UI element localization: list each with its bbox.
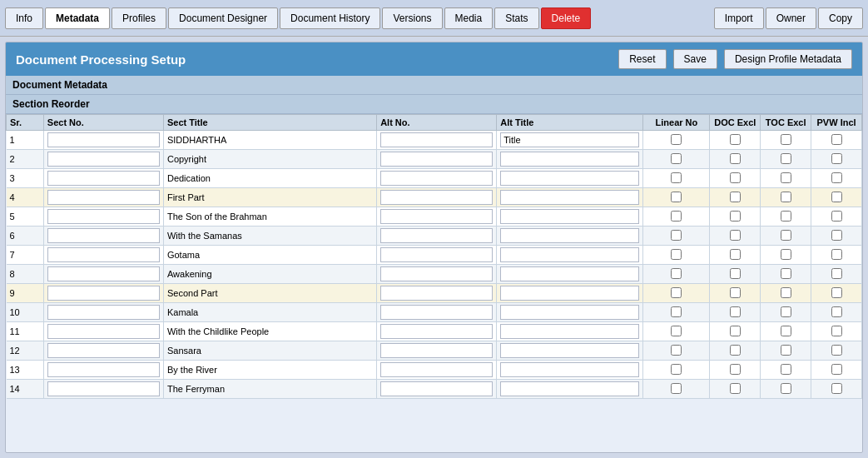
doc-excl-checkbox[interactable] (730, 172, 741, 183)
toc-excl-checkbox[interactable] (781, 249, 791, 260)
section-table-wrapper[interactable]: Sr. Sect No. Sect Title Alt No. Alt Titl… (6, 114, 862, 452)
document-history-tab[interactable]: Document History (280, 7, 380, 29)
sect-no-input[interactable] (47, 152, 160, 167)
alt-no-input[interactable] (380, 324, 493, 339)
linear-checkbox[interactable] (671, 326, 682, 336)
alt-title-input[interactable] (500, 266, 639, 281)
sect-no-input[interactable] (47, 209, 160, 224)
toc-excl-checkbox[interactable] (781, 364, 791, 375)
pvw-incl-checkbox[interactable] (831, 383, 842, 394)
alt-no-input[interactable] (380, 209, 493, 224)
doc-excl-checkbox[interactable] (730, 153, 741, 164)
reset-button[interactable]: Reset (618, 49, 666, 69)
pvw-incl-checkbox[interactable] (831, 326, 842, 336)
alt-title-input[interactable] (500, 381, 639, 396)
sect-no-input[interactable] (47, 381, 160, 396)
pvw-incl-checkbox[interactable] (831, 230, 842, 241)
alt-no-input[interactable] (380, 305, 493, 320)
alt-no-input[interactable] (380, 132, 493, 147)
sect-no-input[interactable] (47, 247, 160, 262)
toc-excl-checkbox[interactable] (781, 383, 791, 394)
pvw-incl-checkbox[interactable] (831, 249, 842, 260)
alt-no-input[interactable] (380, 343, 493, 358)
toc-excl-checkbox[interactable] (781, 345, 791, 356)
linear-checkbox[interactable] (671, 306, 682, 317)
doc-excl-checkbox[interactable] (730, 211, 741, 222)
linear-checkbox[interactable] (671, 172, 682, 183)
pvw-incl-checkbox[interactable] (831, 172, 842, 183)
alt-title-input[interactable] (500, 286, 639, 301)
sect-no-input[interactable] (47, 228, 160, 243)
toc-excl-checkbox[interactable] (781, 134, 791, 145)
save-button[interactable]: Save (673, 49, 717, 69)
sect-no-input[interactable] (47, 362, 160, 377)
delete-button[interactable]: Delete (541, 7, 592, 29)
pvw-incl-checkbox[interactable] (831, 211, 842, 222)
linear-checkbox[interactable] (671, 192, 682, 202)
linear-checkbox[interactable] (671, 230, 682, 241)
alt-no-input[interactable] (380, 152, 493, 167)
metadata-tab[interactable]: Metadata (45, 7, 110, 29)
owner-button[interactable]: Owner (766, 7, 816, 29)
doc-excl-checkbox[interactable] (730, 364, 741, 375)
linear-checkbox[interactable] (671, 211, 682, 222)
alt-no-input[interactable] (380, 381, 493, 396)
doc-excl-checkbox[interactable] (730, 268, 741, 279)
doc-excl-checkbox[interactable] (730, 306, 741, 317)
doc-excl-checkbox[interactable] (730, 287, 741, 298)
alt-no-input[interactable] (380, 190, 493, 205)
profiles-tab[interactable]: Profiles (112, 7, 166, 29)
toc-excl-checkbox[interactable] (781, 287, 791, 298)
linear-checkbox[interactable] (671, 383, 682, 394)
linear-checkbox[interactable] (671, 249, 682, 260)
alt-title-input[interactable] (500, 343, 639, 358)
alt-title-input[interactable] (500, 324, 639, 339)
alt-title-input[interactable] (500, 362, 639, 377)
pvw-incl-checkbox[interactable] (831, 306, 842, 317)
alt-title-input[interactable] (500, 132, 639, 147)
pvw-incl-checkbox[interactable] (831, 364, 842, 375)
doc-excl-checkbox[interactable] (730, 230, 741, 241)
alt-no-input[interactable] (380, 286, 493, 301)
alt-no-input[interactable] (380, 247, 493, 262)
toc-excl-checkbox[interactable] (781, 211, 791, 222)
toc-excl-checkbox[interactable] (781, 153, 791, 164)
import-button[interactable]: Import (714, 7, 764, 29)
alt-no-input[interactable] (380, 362, 493, 377)
sect-no-input[interactable] (47, 324, 160, 339)
alt-title-input[interactable] (500, 247, 639, 262)
doc-excl-checkbox[interactable] (730, 383, 741, 394)
doc-excl-checkbox[interactable] (730, 249, 741, 260)
alt-no-input[interactable] (380, 228, 493, 243)
media-tab[interactable]: Media (444, 7, 494, 29)
toc-excl-checkbox[interactable] (781, 306, 791, 317)
versions-tab[interactable]: Versions (382, 7, 442, 29)
sect-no-input[interactable] (47, 343, 160, 358)
alt-title-input[interactable] (500, 190, 639, 205)
sect-no-input[interactable] (47, 266, 160, 281)
linear-checkbox[interactable] (671, 345, 682, 356)
sect-no-input[interactable] (47, 132, 160, 147)
alt-title-input[interactable] (500, 171, 639, 186)
document-designer-tab[interactable]: Document Designer (168, 7, 278, 29)
info-tab[interactable]: Info (5, 7, 43, 29)
toc-excl-checkbox[interactable] (781, 172, 791, 183)
stats-tab[interactable]: Stats (494, 7, 538, 29)
design-profile-button[interactable]: Design Profile Metadata (724, 49, 852, 69)
doc-excl-checkbox[interactable] (730, 192, 741, 202)
toc-excl-checkbox[interactable] (781, 192, 791, 202)
alt-title-input[interactable] (500, 152, 639, 167)
toc-excl-checkbox[interactable] (781, 326, 791, 336)
sect-no-input[interactable] (47, 305, 160, 320)
pvw-incl-checkbox[interactable] (831, 268, 842, 279)
linear-checkbox[interactable] (671, 134, 682, 145)
alt-no-input[interactable] (380, 266, 493, 281)
alt-title-input[interactable] (500, 228, 639, 243)
linear-checkbox[interactable] (671, 268, 682, 279)
alt-no-input[interactable] (380, 171, 493, 186)
linear-checkbox[interactable] (671, 364, 682, 375)
pvw-incl-checkbox[interactable] (831, 192, 842, 202)
toc-excl-checkbox[interactable] (781, 230, 791, 241)
sect-no-input[interactable] (47, 286, 160, 301)
alt-title-input[interactable] (500, 209, 639, 224)
